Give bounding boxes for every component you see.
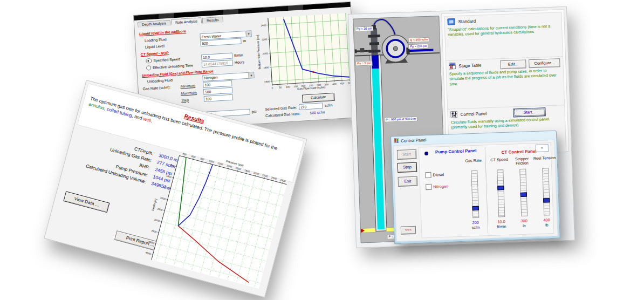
control-panel-icon <box>450 111 457 119</box>
ct-speed-value: 10.0 <box>489 219 513 225</box>
svg-text:2200: 2200 <box>262 174 269 178</box>
simulation-window: Pg = 38 psi Q = 200 scfm Pp = 206 psi Pa… <box>348 6 575 248</box>
diesel-label: Diesel <box>433 172 444 178</box>
svg-text:100: 100 <box>286 85 290 88</box>
nitrogen-checkbox[interactable] <box>426 184 431 190</box>
liquid-level-unit: m <box>243 39 246 43</box>
reel-tension-slider[interactable] <box>542 168 550 215</box>
standard-title: Standard <box>458 19 476 24</box>
svg-text:500: 500 <box>170 164 175 168</box>
calculated-gas-rate-value: 500 scfm <box>310 110 325 115</box>
svg-text:1400: 1400 <box>226 164 232 168</box>
cp-start-button: Start <box>397 149 417 160</box>
stage-table-description: Specify a sequence of fluids and pump ra… <box>449 67 561 86</box>
start-button[interactable]: Start... <box>513 107 546 117</box>
pressure-unit: psi <box>251 110 256 114</box>
svg-text:0: 0 <box>272 86 273 89</box>
reel-tension-value: 400 <box>535 217 558 223</box>
pump-pressure-label: Pp = 206 psi <box>408 44 429 49</box>
stage-table-icon <box>449 63 455 70</box>
stage-table-option[interactable]: Stage Table Edit... Configure... Specify… <box>446 56 565 111</box>
reel-tension-slider-label: Reel Tension <box>532 156 556 161</box>
svg-text:1000: 1000 <box>166 174 172 179</box>
bhp-vs-gas-rate-chart: 0501001502002503003504004505001600180020… <box>254 9 353 94</box>
stripper-friction-slider-thumb[interactable] <box>520 193 527 197</box>
standard-icon <box>447 18 455 26</box>
control-panel-window: Control Panel Start Stop Exit <<< × Pump… <box>390 131 560 244</box>
gas-rate-slider-group: Gas Rate 200 scfm <box>461 145 488 236</box>
svg-text:3000: 3000 <box>154 219 160 223</box>
ct-speed-unit: ft/min <box>490 224 513 229</box>
gas-rate-slider-label: Gas Rate <box>462 158 485 163</box>
svg-text:400: 400 <box>182 152 187 156</box>
unloading-fluid-label: Unloading Fluid <box>147 78 173 84</box>
calculated-gas-rate-label: Calculated Gas Rate: <box>265 112 300 118</box>
tab-results[interactable]: Results <box>202 17 223 24</box>
chevron-down-icon[interactable]: ▼ <box>248 72 254 78</box>
svg-text:2000: 2000 <box>253 172 259 176</box>
specified-speed-label: Specified Speed <box>153 57 180 63</box>
control-panel-main: × Pump Control Panel CT Control Panel Di… <box>419 142 554 238</box>
stripper-friction-unit: lb <box>512 223 536 228</box>
annulus-pressure-label: Pa = 5 psi <box>355 60 372 66</box>
svg-text:Bottom Hole Pressure [psi]: Bottom Hole Pressure [psi] <box>256 35 261 70</box>
svg-text:2000: 2000 <box>160 196 166 201</box>
svg-text:2200: 2200 <box>262 38 268 41</box>
svg-text:450: 450 <box>340 82 344 85</box>
selected-gas-rate-unit: scfm <box>325 103 333 107</box>
cp-stop-button[interactable]: Stop <box>398 162 417 173</box>
stripper-friction-slider[interactable] <box>519 169 527 216</box>
svg-text:800: 800 <box>200 157 205 161</box>
configure-button[interactable]: Configure... <box>529 58 560 68</box>
unloading-time-radio[interactable] <box>146 65 152 71</box>
svg-text:2000: 2000 <box>263 52 269 55</box>
view-data-button[interactable]: View Data ... <box>63 191 109 213</box>
svg-text:1200: 1200 <box>217 162 224 166</box>
nitrogen-label: Nitrogen <box>433 184 448 189</box>
pump-status-led <box>424 152 428 155</box>
maximum-label: Maximum <box>181 91 197 96</box>
svg-text:2600: 2600 <box>280 179 286 183</box>
svg-text:1600: 1600 <box>235 167 242 171</box>
chevron-down-icon[interactable]: ▼ <box>245 31 251 37</box>
ct-speed-heading: CT Speed - ROP <box>140 51 168 56</box>
reel-tension-slider-thumb[interactable] <box>543 198 550 202</box>
minimum-label: Minimum <box>180 84 195 88</box>
reel-tension-unit: lb <box>535 223 559 228</box>
rate-label: Q = 200 scfm <box>408 37 430 43</box>
tab-depth-analysis[interactable]: Depth Analysis <box>138 20 171 28</box>
standard-option[interactable]: Standard "Snapshot" calculations for cur… <box>444 12 563 62</box>
selected-gas-rate-label: Selected Gas Rate: <box>265 105 297 111</box>
svg-text:2400: 2400 <box>271 176 277 181</box>
control-panel-body: Start Stop Exit <<< × Pump Control Panel… <box>393 140 558 242</box>
ct-speed-slider-thumb[interactable] <box>497 186 504 190</box>
stripper-friction-slider-label: Stripper Friction <box>510 156 534 166</box>
specified-speed-radio[interactable] <box>146 58 152 64</box>
svg-text:2400: 2400 <box>261 24 266 27</box>
reel-tension-slider-group: Reel Tension 400 lb <box>532 143 559 234</box>
cp-exit-button[interactable]: Exit <box>398 176 418 187</box>
calculate-button[interactable]: Calculate <box>302 93 335 103</box>
gas-rate-value: 200 <box>463 220 487 226</box>
selected-gas-rate-input[interactable] <box>299 103 323 110</box>
svg-text:50: 50 <box>279 86 282 88</box>
liquid-level-label: Liquid Level <box>145 44 165 49</box>
gas-rate-slider[interactable] <box>471 171 479 218</box>
control-panel-title: Control Panel <box>460 111 487 117</box>
svg-text:1500: 1500 <box>163 186 169 190</box>
time-unit: Hours <box>235 60 245 64</box>
ct-speed-slider-label: CT Speed <box>487 158 511 163</box>
ct-speed-slider[interactable] <box>497 169 505 217</box>
injector-pressure-label: Pg = 38 psi <box>355 26 373 31</box>
cp-collapse-button[interactable]: <<< <box>401 226 416 235</box>
svg-text:4500: 4500 <box>145 251 152 256</box>
edit-button[interactable]: Edit... <box>500 59 526 69</box>
tab-rate-analysis[interactable]: Rate Analysis <box>171 17 202 25</box>
stripper-friction-value: 300 <box>512 218 536 224</box>
diesel-checkbox[interactable] <box>425 172 431 178</box>
step-label: Step <box>181 98 189 103</box>
loading-fluid-label: Loading Fluid <box>145 37 167 43</box>
svg-text:3500: 3500 <box>151 229 157 234</box>
gas-rate-slider-thumb[interactable] <box>472 206 479 210</box>
svg-text:1000: 1000 <box>208 159 215 163</box>
